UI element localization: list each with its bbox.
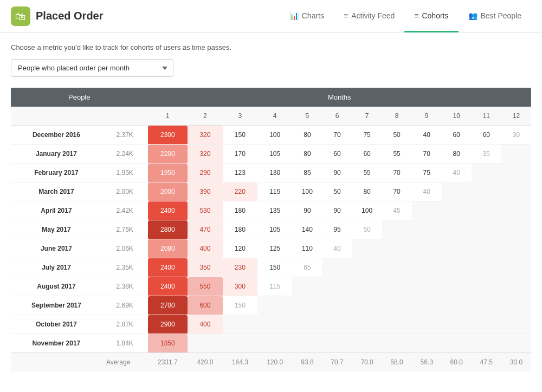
- nav-best-people[interactable]: 👥 Best People: [459, 1, 532, 32]
- cell-6-5: 110: [292, 239, 322, 258]
- cell-3-2: 390: [188, 182, 222, 201]
- cell-8-5: [292, 277, 322, 296]
- cell-9-3: 150: [223, 296, 257, 315]
- metric-select[interactable]: People who placed order per month Revenu…: [11, 59, 173, 77]
- cell-7-8: [382, 258, 412, 277]
- main-content: Choose a metric you'd like to track for …: [0, 32, 542, 382]
- header-months: Months: [148, 88, 532, 107]
- cell-1-5: 80: [292, 145, 322, 164]
- row-count: 2.24K: [102, 145, 148, 164]
- cell-8-3: 300: [223, 277, 257, 296]
- table-row: May 20172.76K28004701801051409550: [11, 220, 531, 239]
- row-count: 2.06K: [102, 239, 148, 258]
- cell-4-4: 135: [257, 201, 292, 220]
- cell-1-9: 70: [412, 145, 442, 164]
- cell-0-1: 2300: [148, 126, 188, 145]
- cell-9-1: 2700: [148, 296, 188, 315]
- nav-charts[interactable]: 📊 Charts: [280, 1, 334, 32]
- cell-9-8: [382, 296, 412, 315]
- nav-activity-feed[interactable]: ≡ Activity Feed: [334, 1, 404, 32]
- cell-11-5: [292, 334, 322, 353]
- cell-4-6: 90: [322, 201, 352, 220]
- cell-4-5: 90: [292, 201, 322, 220]
- cell-6-3: 120: [223, 239, 257, 258]
- cell-7-6: [322, 258, 352, 277]
- cell-8-12: [501, 277, 531, 296]
- svg-text:🛍: 🛍: [15, 10, 26, 22]
- cell-8-2: 550: [188, 277, 222, 296]
- cell-1-4: 105: [257, 145, 292, 164]
- cell-1-8: 55: [382, 145, 412, 164]
- col-header-3: 3: [223, 107, 257, 126]
- footer-avg-1: 2331.7: [148, 353, 188, 372]
- row-label: March 2017: [11, 182, 102, 201]
- table-row: December 20162.37K2300320150100807075504…: [11, 126, 531, 145]
- row-label: January 2017: [11, 145, 102, 164]
- cell-1-7: 60: [352, 145, 382, 164]
- row-label: August 2017: [11, 277, 102, 296]
- cell-10-4: [257, 315, 292, 334]
- cell-10-8: [382, 315, 412, 334]
- cell-11-3: [223, 334, 257, 353]
- row-label: November 2017: [11, 334, 102, 353]
- logo-area: 🛍 Placed Order: [11, 6, 280, 26]
- cell-5-4: 105: [257, 220, 292, 239]
- table-row: March 20172.00K200039022011510050807040: [11, 182, 531, 201]
- row-label: February 2017: [11, 164, 102, 182]
- cell-3-4: 115: [257, 182, 292, 201]
- cell-11-11: [472, 334, 501, 353]
- cell-0-11: 60: [472, 126, 501, 145]
- cell-5-6: 95: [322, 220, 352, 239]
- cell-8-6: [322, 277, 352, 296]
- cell-6-4: 125: [257, 239, 292, 258]
- col-header-12: 12: [501, 107, 531, 126]
- row-count: 2.00K: [102, 182, 148, 201]
- cell-7-2: 350: [188, 258, 222, 277]
- cell-6-2: 400: [188, 239, 222, 258]
- cell-6-9: [412, 239, 442, 258]
- col-header-10: 10: [442, 107, 472, 126]
- cell-6-1: 2080: [148, 239, 188, 258]
- cell-10-6: [322, 315, 352, 334]
- row-count: 2.38K: [102, 277, 148, 296]
- cell-9-9: [412, 296, 442, 315]
- cell-0-9: 40: [412, 126, 442, 145]
- col-header-9: 9: [412, 107, 442, 126]
- cell-1-12: [501, 145, 531, 164]
- footer-avg-7: 70.0: [352, 353, 382, 372]
- cell-11-8: [382, 334, 412, 353]
- cell-9-11: [472, 296, 501, 315]
- footer-avg-5: 93.8: [292, 353, 322, 372]
- cohorts-icon: ≡: [414, 11, 418, 20]
- cell-2-3: 123: [223, 164, 257, 182]
- cell-2-10: 40: [442, 164, 472, 182]
- cell-2-2: 290: [188, 164, 222, 182]
- cell-10-7: [352, 315, 382, 334]
- footer-avg-4: 120.0: [257, 353, 292, 372]
- cell-3-8: 70: [382, 182, 412, 201]
- cell-0-8: 50: [382, 126, 412, 145]
- cell-8-9: [412, 277, 442, 296]
- cell-4-7: 100: [352, 201, 382, 220]
- row-count: 2.37K: [102, 126, 148, 145]
- main-nav: 📊 Charts ≡ Activity Feed ≡ Cohorts 👥 Bes…: [280, 0, 531, 32]
- footer-avg-label: Average: [102, 353, 148, 372]
- cell-7-4: 150: [257, 258, 292, 277]
- cell-8-11: [472, 277, 501, 296]
- cell-2-5: 85: [292, 164, 322, 182]
- cell-0-4: 100: [257, 126, 292, 145]
- cell-0-3: 150: [223, 126, 257, 145]
- row-count: 2.87K: [102, 315, 148, 334]
- footer-avg-10: 60.0: [442, 353, 472, 372]
- cell-10-12: [501, 315, 531, 334]
- nav-cohorts[interactable]: ≡ Cohorts: [404, 1, 458, 32]
- cell-6-10: [442, 239, 472, 258]
- cell-2-4: 130: [257, 164, 292, 182]
- cell-7-7: [352, 258, 382, 277]
- cell-8-1: 2400: [148, 277, 188, 296]
- cell-2-9: 75: [412, 164, 442, 182]
- cell-6-7: [352, 239, 382, 258]
- cell-11-4: [257, 334, 292, 353]
- cell-1-2: 320: [188, 145, 222, 164]
- cell-11-2: [188, 334, 222, 353]
